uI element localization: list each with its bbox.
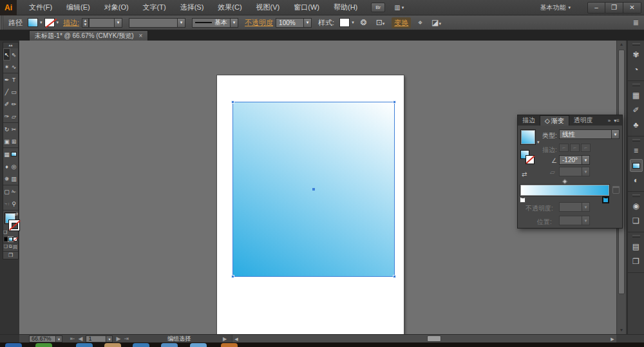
scroll-right-icon[interactable]: ▶ <box>609 337 616 342</box>
horizontal-scroll-thumb[interactable] <box>427 335 441 342</box>
eyedropper-tool[interactable]: ♦ <box>3 160 10 173</box>
taskbar-app-icon[interactable] <box>133 343 149 347</box>
none-button[interactable] <box>13 237 17 241</box>
eraser-tool[interactable]: ▱ <box>10 110 17 122</box>
align-icon[interactable]: ⌖ <box>418 18 422 27</box>
draw-inside-icon[interactable]: 回 <box>13 244 17 250</box>
selection-handle[interactable] <box>231 275 234 278</box>
gradient-thumbnail[interactable] <box>520 129 536 145</box>
bridge-button[interactable]: Br <box>371 3 385 12</box>
hand-tool[interactable]: ☜ <box>3 198 10 210</box>
gradient-fill-stroke-proxy[interactable] <box>520 150 537 167</box>
magic-wand-tool[interactable]: ✶ <box>3 61 10 73</box>
slice-tool[interactable]: ✁ <box>10 185 17 198</box>
pen-tool[interactable]: ✒ <box>3 73 10 86</box>
transform-link[interactable]: 变换 <box>392 17 411 28</box>
artboards-panel-icon[interactable]: ❐ <box>630 255 643 268</box>
graphic-styles-panel-icon[interactable]: ❏ <box>630 214 643 227</box>
gradient-button[interactable] <box>8 237 13 241</box>
blob-brush-tool[interactable]: ✑ <box>3 110 10 122</box>
swap-fill-stroke-icon[interactable]: ⇄ <box>14 212 18 217</box>
gradient-angle-dropdown[interactable]: -120°▾ <box>559 155 590 165</box>
stroke-panel-icon[interactable]: ≡ <box>630 144 643 157</box>
stroke-along-button[interactable]: ⌐ <box>570 144 580 152</box>
menu-window[interactable]: 窗口(W) <box>287 0 327 15</box>
control-panel-menu-icon[interactable]: ≣ <box>633 19 639 27</box>
workspace-switcher[interactable]: 基本功能 ▾ <box>540 3 571 12</box>
selection-handle[interactable] <box>393 100 396 104</box>
type-tool[interactable]: T <box>10 73 17 86</box>
selected-gradient-rectangle[interactable] <box>233 102 394 276</box>
opacity-link[interactable]: 不透明度 <box>245 18 273 28</box>
arrange-documents-button[interactable]: ▥▾ <box>394 4 404 11</box>
perspective-grid-tool[interactable]: ⊞ <box>10 135 17 147</box>
stroke-weight-stepper[interactable]: ▲▼ <box>82 18 89 28</box>
blend-tool[interactable]: ◎ <box>10 160 17 173</box>
panel-menu-icon[interactable]: ▾≡ <box>614 118 620 124</box>
artboard[interactable] <box>217 75 404 334</box>
gradient-panel-icon[interactable] <box>630 159 643 172</box>
taskbar-app-icon[interactable] <box>190 343 207 347</box>
symbol-sprayer-tool[interactable]: ✵ <box>3 173 10 185</box>
select-similar-icon[interactable]: ◪▾ <box>431 18 441 27</box>
toolbar-collapse-button[interactable]: ▴▴ <box>3 42 18 48</box>
taskbar-app-icon[interactable] <box>35 343 52 347</box>
recolor-artwork-icon[interactable]: ❂ <box>361 18 367 27</box>
transparency-panel-icon[interactable]: ◐ <box>630 174 643 187</box>
zoom-level-dropdown[interactable]: 66.67%▾ <box>29 335 62 342</box>
opacity-dropdown[interactable]: 100%▾ <box>276 18 312 28</box>
taskbar-app-icon[interactable] <box>76 343 93 347</box>
swatches-panel-icon[interactable]: ▦ <box>630 89 643 102</box>
variable-width-profile-dropdown[interactable]: ▾ <box>129 18 185 28</box>
layers-panel-icon[interactable]: ▤ <box>630 240 643 253</box>
gradient-stop-blue[interactable] <box>603 197 609 203</box>
status-expand-icon[interactable]: ▶ <box>223 336 227 342</box>
line-segment-tool[interactable]: ╱ <box>3 86 10 98</box>
stroke-across-button[interactable]: ⌐ <box>581 144 591 152</box>
rotate-tool[interactable]: ↻ <box>3 123 10 135</box>
draw-normal-icon[interactable]: ❏ <box>4 244 8 250</box>
reverse-gradient-icon[interactable]: ⇄ <box>522 171 527 178</box>
align-launcher-icon[interactable]: ⊡▾ <box>376 18 385 27</box>
paintbrush-tool[interactable]: ✐ <box>3 98 10 110</box>
gradient-slider-bar[interactable] <box>520 185 609 196</box>
fill-swatch[interactable] <box>28 18 38 27</box>
previous-artboard-icon[interactable]: ◀ <box>79 335 83 342</box>
first-artboard-icon[interactable]: ⇤ <box>70 335 75 342</box>
chevron-down-icon[interactable]: ▾ <box>40 20 43 25</box>
menu-effect[interactable]: 效果(C) <box>211 0 249 15</box>
object-center-point[interactable] <box>312 188 315 191</box>
menu-view[interactable]: 视图(V) <box>249 0 287 15</box>
scroll-left-icon[interactable]: ◀ <box>232 337 240 342</box>
default-fill-stroke-icon[interactable]: ❏ <box>3 230 7 235</box>
column-graph-tool[interactable]: ▥ <box>10 173 17 185</box>
gradient-tool[interactable] <box>10 148 17 160</box>
stroke-proxy[interactable] <box>8 220 20 231</box>
rectangle-tool[interactable]: ▭ <box>10 86 17 98</box>
color-guide-panel-icon[interactable]: ◔ <box>630 63 643 76</box>
stroke-weight-dropdown[interactable]: ▾ <box>89 18 122 28</box>
artboard-number-dropdown[interactable]: 1▾ <box>86 335 113 342</box>
gradient-preset-dropdown-icon[interactable]: ▾ <box>537 140 540 145</box>
scroll-down-icon[interactable]: ▼ <box>617 326 626 334</box>
document-tab[interactable]: 未标题-1* @ 66.67% (CMYK/预览) × <box>29 30 148 41</box>
selection-tool[interactable]: ↖ <box>3 48 10 61</box>
taskbar-app-icon[interactable] <box>221 343 238 347</box>
symbols-panel-icon[interactable]: ♣ <box>630 118 643 131</box>
next-artboard-icon[interactable]: ▶ <box>116 335 120 342</box>
scroll-up-icon[interactable]: ▲ <box>617 41 626 48</box>
taskbar-app-icon[interactable] <box>5 343 22 347</box>
stroke-swatch[interactable] <box>44 18 55 27</box>
gradient-midpoint-slider[interactable] <box>562 179 567 184</box>
tab-gradient[interactable]: ◇渐变 <box>540 115 569 126</box>
stroke-within-button[interactable]: ⌐ <box>559 144 569 152</box>
selection-handle[interactable] <box>393 275 396 278</box>
menu-select[interactable]: 选择(S) <box>173 0 211 15</box>
pencil-tool[interactable]: ✏ <box>10 98 17 110</box>
mesh-tool[interactable]: ▦ <box>3 148 10 160</box>
chevron-down-icon[interactable]: ▾ <box>57 20 59 25</box>
zoom-tool[interactable]: ⚲ <box>10 198 17 210</box>
menu-help[interactable]: 帮助(H) <box>327 0 365 15</box>
expand-panel-icon[interactable]: » <box>608 118 611 124</box>
tab-transparency[interactable]: 透明度 <box>569 115 598 126</box>
